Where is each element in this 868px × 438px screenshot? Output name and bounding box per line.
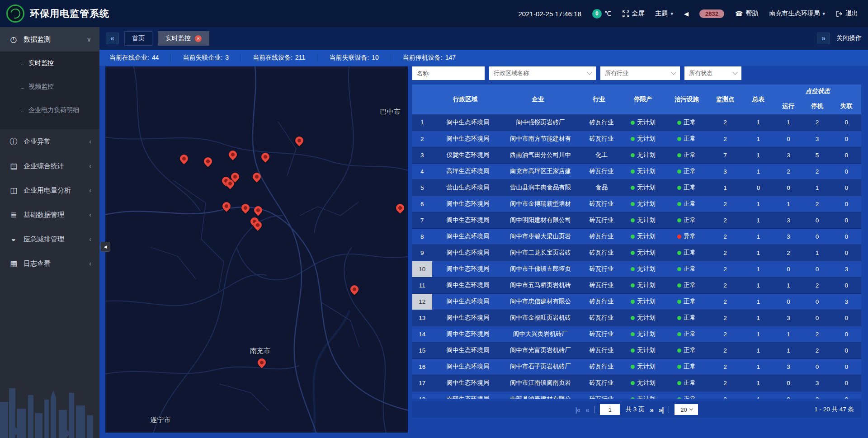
top-bar: 环保用电监管系统 2021-02-25 17:46:18 0 ℃ 全屏 主题 ▾…	[0, 0, 868, 27]
tab-home[interactable]: 首页	[124, 31, 152, 46]
cell-company: 阆中市忠信建材有限公	[499, 293, 578, 310]
table-row[interactable]: 9阆中生态环境局阆中市二龙长宝页岩砖砖瓦行业无计划正常21210	[412, 245, 861, 261]
map-pin-icon[interactable]	[395, 202, 406, 213]
phone-icon: ☎	[735, 10, 743, 17]
cell-monitor-points: 3	[708, 163, 742, 179]
industry-filter-select[interactable]: 所有行业	[600, 66, 680, 80]
first-page-button[interactable]: |«	[576, 406, 580, 414]
sidebar-item-6[interactable]: ▦日志查看‹	[0, 251, 99, 276]
cell-industry: 砖瓦行业	[577, 196, 620, 212]
cell-stopped: 2	[803, 326, 832, 342]
tab-realtime-monitor[interactable]: 实时监控 ×	[158, 31, 209, 46]
sidebar-subitem[interactable]: 企业电力负荷明细	[0, 99, 99, 122]
cell-running: 0	[774, 261, 803, 277]
map-pin-icon[interactable]	[256, 357, 267, 368]
map-pin-icon[interactable]	[252, 205, 264, 216]
table-row[interactable]: 6阆中生态环境局阆中市金博瑞新型墙材砖瓦行业无计划正常21120	[412, 196, 861, 212]
table-row[interactable]: 5营山生态环境局营山县润丰肉食品有限食品无计划正常10010	[412, 179, 861, 196]
row-index: 12	[412, 293, 432, 310]
filter-bar: 行政区域名称 所有行业 所有状态	[412, 66, 861, 80]
status-dot-icon	[631, 332, 635, 336]
region-filter-select[interactable]: 行政区域名称	[489, 66, 596, 80]
map-pin-icon[interactable]	[293, 135, 305, 146]
map-pin-icon[interactable]	[349, 283, 360, 295]
sidebar-subitem-label: 企业电力负荷明细	[28, 106, 79, 114]
name-filter-input[interactable]	[412, 66, 485, 80]
col-running: 运行	[774, 98, 803, 114]
cell-stopped: 0	[803, 228, 832, 245]
table-row[interactable]: 8阆中生态环境局阆中市枣碧大梁山页岩砖瓦行业无计划异常21300	[412, 228, 861, 245]
sidebar-item-0[interactable]: ◷数据监测∨	[0, 27, 99, 52]
status-dot-icon	[631, 202, 635, 206]
table-row[interactable]: 17阆中生态环境局阆中市江南镇阆南页岩砖瓦行业无计划正常21030	[412, 375, 861, 391]
map-pin-icon[interactable]	[178, 153, 189, 164]
cell-stopped: 2	[803, 342, 832, 358]
cell-limit-production: 无计划	[621, 310, 665, 326]
map-pin-icon[interactable]	[240, 202, 251, 213]
cell-pollution-facility: 正常	[665, 179, 708, 196]
cell-running: 1	[774, 326, 803, 342]
fullscreen-button[interactable]: 全屏	[623, 9, 645, 18]
next-page-button[interactable]: »	[650, 406, 653, 414]
table-row[interactable]: 11阆中生态环境局阆中市五马桥页岩机砖砖瓦行业无计划正常21120	[412, 277, 861, 293]
close-operations-button[interactable]: 关闭操作	[836, 34, 862, 42]
table-row[interactable]: 1阆中生态环境局阆中强锐页岩砖厂砖瓦行业无计划正常21120	[412, 114, 861, 131]
map-pin-icon[interactable]	[203, 155, 214, 167]
map-canvas: 巴中市南充市遂宁市	[105, 66, 408, 433]
map-pin-icon[interactable]	[221, 200, 232, 212]
cell-running: 2	[774, 163, 803, 179]
logout-button[interactable]: 退出	[836, 9, 858, 18]
notification-widget[interactable]: ◀	[684, 10, 689, 17]
table-row[interactable]: 2阆中生态环境局阆中市南方节能建材有砖瓦行业无计划正常21030	[412, 131, 861, 147]
row-index: 9	[412, 245, 432, 261]
map-pin-icon[interactable]	[259, 151, 271, 162]
table-row[interactable]: 7阆中生态环境局阆中明阳建材有限公司砖瓦行业无计划正常21300	[412, 212, 861, 228]
sidebar-item-2[interactable]: ▤企业综合统计‹	[0, 154, 99, 178]
sidebar-item-1[interactable]: ⓘ企业异常‹	[0, 129, 99, 154]
cell-region: 仪陇生态环境局	[432, 147, 499, 163]
page-size-select[interactable]: 20	[675, 404, 698, 415]
cell-lost: 0	[831, 131, 861, 147]
help-button[interactable]: ☎ 帮助	[735, 9, 758, 18]
table-row[interactable]: 3仪陇生态环境局西南油气田分公司川中化工无计划正常71350	[412, 147, 861, 163]
sidebar-item-5[interactable]: ◒应急减排管理‹	[0, 227, 99, 251]
cell-region: 阆中生态环境局	[432, 212, 499, 228]
table-row[interactable]: 18南部生态环境局南部县鸿泰建材有限公砖瓦行业无计划正常21030	[412, 391, 861, 399]
companies-table: 行政区域 企业 行业 停限产 治污设施 监测点 总表 点位状态 运行	[412, 85, 861, 399]
table-row[interactable]: 16阆中生态环境局阆中市石子页岩机砖厂砖瓦行业无计划正常21300	[412, 358, 861, 375]
close-tab-icon[interactable]: ×	[195, 35, 202, 42]
map-pin-icon[interactable]	[227, 149, 238, 160]
org-select[interactable]: 南充市生态环境局 ▾	[769, 9, 825, 18]
cell-industry: 砖瓦行业	[577, 163, 620, 179]
table-row[interactable]: 15阆中生态环境局阆中市光富页岩机砖厂砖瓦行业无计划正常21120	[412, 342, 861, 358]
alert-count-badge[interactable]: 2632	[699, 9, 724, 18]
map-pin-icon[interactable]	[251, 171, 262, 182]
cell-running: 0	[774, 375, 803, 391]
table-row[interactable]: 10阆中生态环境局阆中市千佛镇五郎垭页砖瓦行业无计划正常21003	[412, 261, 861, 277]
theme-select[interactable]: 主题 ▾	[656, 9, 674, 18]
tabs-scroll-left-button[interactable]: «	[106, 33, 119, 44]
power-analysis-icon: ◫	[8, 186, 19, 195]
page-number-input[interactable]	[600, 404, 620, 415]
sidebar-item-4[interactable]: ≣基础数据管理‹	[0, 203, 99, 227]
table-row[interactable]: 4高坪生态环境局南充市高坪区王家店建砖瓦行业无计划正常31220	[412, 163, 861, 179]
cell-lost: 0	[831, 358, 861, 375]
theme-label: 主题	[656, 9, 668, 18]
status-dot-icon	[677, 397, 681, 399]
cell-industry: 砖瓦行业	[577, 245, 620, 261]
status-filter-select[interactable]: 所有状态	[684, 66, 741, 80]
cell-limit-production: 无计划	[621, 179, 665, 196]
sidebar-subitem[interactable]: 实时监控	[0, 52, 99, 75]
sidebar-subitem[interactable]: 视频监控	[0, 75, 99, 99]
skyline-decoration	[0, 370, 99, 438]
prev-page-button[interactable]: «	[585, 406, 589, 414]
table-row[interactable]: 14阆中生态环境局阆中大兴页岩机砖厂砖瓦行业无计划正常21120	[412, 326, 861, 342]
tabs-scroll-right-button[interactable]: »	[817, 33, 830, 44]
sidebar-item-3[interactable]: ◫企业用电量分析‹	[0, 178, 99, 203]
row-index: 2	[412, 131, 432, 147]
last-page-button[interactable]: »|	[659, 406, 664, 414]
cell-pollution-facility: 正常	[665, 342, 708, 358]
table-row[interactable]: 13阆中生态环境局阆中市金福旺页岩机砖砖瓦行业无计划正常21300	[412, 310, 861, 326]
table-row[interactable]: 12阆中生态环境局阆中市忠信建材有限公砖瓦行业无计划正常21003	[412, 293, 861, 310]
map-collapse-button[interactable]: ◀	[100, 242, 110, 252]
